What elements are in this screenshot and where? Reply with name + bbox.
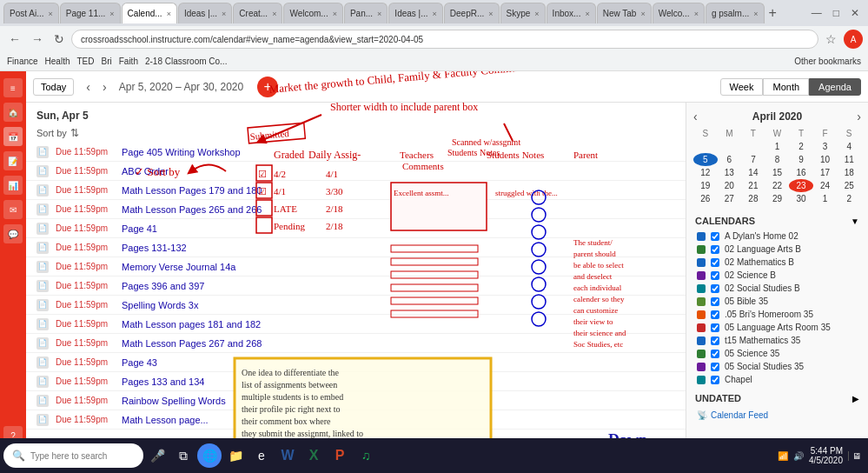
mini-cal-day[interactable]: 2 [837,192,861,205]
calendars-section-header[interactable]: CALENDARS ▼ [693,212,861,230]
assignment-title[interactable]: Page 405 Writing Workshop [122,147,241,157]
tab-create[interactable]: Creat...× [233,3,282,23]
bookmark-faith[interactable]: Faith [119,57,138,66]
mini-cal-day[interactable]: 1 [765,140,790,153]
mini-cal-day[interactable]: 12 [693,166,718,179]
mini-cal-day[interactable]: 7 [741,153,765,166]
tab-pan[interactable]: Pan...× [344,3,388,23]
tab-close[interactable]: × [534,10,539,18]
mini-cal-day[interactable]: 28 [741,192,765,205]
mini-cal-day[interactable]: 26 [693,192,718,205]
undated-section-header[interactable]: UNDATED ▶ [693,390,861,407]
tab-skype[interactable]: Skype× [500,3,546,23]
assignment-title[interactable]: Math Lesson pages 181 and 182 [122,319,261,330]
taskbar-explorer[interactable]: 📁 [223,443,248,468]
mini-cal-day[interactable]: 6 [718,153,742,166]
assignment-title[interactable]: Memory Verse Journal 14a [122,262,235,272]
taskbar-excel[interactable]: X [301,443,326,468]
tab-close[interactable]: × [272,10,276,18]
calendar-toggle-checkbox[interactable] [711,310,719,319]
mini-cal-day[interactable]: 19 [693,179,718,192]
calendar-item[interactable]: 02 Social Studies B [693,282,861,295]
calendar-toggle-checkbox[interactable] [711,350,719,358]
calendar-item[interactable]: 02 Science B [693,269,861,282]
mini-cal-day[interactable]: 27 [718,192,742,205]
mini-cal-day[interactable]: 5 [693,153,718,166]
calendar-toggle-checkbox[interactable] [711,232,719,241]
tab-calendar[interactable]: Calend...× [122,3,177,23]
tab-welcome1[interactable]: Welcom...× [283,3,343,23]
bookmark-bri[interactable]: Bri [101,57,111,66]
sort-icon[interactable]: ⇅ [70,127,79,139]
tab-close[interactable]: × [48,10,52,18]
assignment-title[interactable]: ABC Order [122,166,169,177]
calendar-toggle-checkbox[interactable] [711,297,719,306]
address-bar[interactable] [71,30,818,49]
calendar-item[interactable]: 05 Social Studies 35 [693,360,861,373]
tab-close[interactable]: × [753,10,758,18]
mini-cal-day[interactable]: 20 [718,179,742,192]
tab-ideas2[interactable]: Ideas |...× [388,3,442,23]
mini-cal-day[interactable]: 24 [813,179,838,192]
tab-psalm[interactable]: g psalm...× [706,3,765,23]
assignment-title[interactable]: Math Lesson Pages 265 and 266 [122,204,262,215]
mini-cal-day[interactable]: 3 [813,140,838,153]
calendar-toggle-checkbox[interactable] [711,323,719,332]
taskbar-show-desktop[interactable]: 🖥 [848,451,861,461]
month-view-tab[interactable]: Month [763,78,809,96]
calendar-toggle-checkbox[interactable] [711,258,719,267]
close-button[interactable]: ✕ [845,7,865,19]
tab-inbox[interactable]: Inbox...× [547,3,596,23]
bookmark-classroom[interactable]: 2-18 Classroom Co... [145,57,227,66]
mini-cal-day[interactable]: 25 [837,179,861,192]
mini-cal-day[interactable]: 8 [765,153,790,166]
profile-button[interactable]: A [844,30,863,49]
tab-deepr[interactable]: DeepR...× [444,3,500,23]
calendar-toggle-checkbox[interactable] [711,376,719,384]
taskbar-cortana[interactable]: 🎤 [145,443,169,468]
mini-cal-day[interactable]: 2 [789,140,813,153]
calendar-toggle-checkbox[interactable] [711,363,719,371]
mini-cal-day[interactable]: 22 [765,179,790,192]
maximize-button[interactable]: □ [828,7,845,19]
new-tab-button[interactable]: + [765,5,780,21]
bookmark-other[interactable]: Other bookmarks [794,57,861,66]
mini-cal-day[interactable]: 11 [837,153,861,166]
today-button[interactable]: Today [33,78,74,96]
taskbar-edge[interactable]: e [249,443,274,468]
bookmark-health[interactable]: Health [45,57,70,66]
taskbar-powerpoint[interactable]: P [328,443,352,468]
tab-close[interactable]: × [109,10,114,18]
mini-cal-day[interactable]: 21 [741,179,765,192]
assignment-title[interactable]: Math Lesson page... [122,415,209,425]
taskbar-spotify[interactable]: ♫ [354,443,378,468]
tab-close[interactable]: × [585,10,589,18]
taskbar-chrome[interactable]: 🌐 [197,443,222,468]
mini-cal-day[interactable]: 13 [718,166,742,179]
mini-prev-month[interactable]: ‹ [693,110,698,123]
tab-close[interactable]: × [694,10,699,18]
mini-cal-day[interactable]: 10 [813,153,838,166]
tab-close[interactable]: × [222,10,226,18]
calendar-toggle-checkbox[interactable] [711,336,719,345]
calendar-item[interactable]: 05 Language Arts Room 35 [693,321,861,334]
calendar-item[interactable]: .05 Bri's Homeroom 35 [693,308,861,321]
tab-newtab[interactable]: New Tab× [597,3,652,23]
bookmark-ted[interactable]: TED [76,57,94,66]
assignment-title[interactable]: Rainbow Spelling Words [122,396,226,406]
mini-cal-day[interactable]: 4 [837,140,861,153]
tab-welcome2[interactable]: Welco...× [653,3,705,23]
sidebar-menu-icon[interactable]: ≡ [3,78,23,97]
tab-close[interactable]: × [333,10,337,18]
tab-close[interactable]: × [433,10,437,18]
mini-next-month[interactable]: › [857,110,861,123]
bookmark-button[interactable]: ☆ [822,30,840,48]
tab-close[interactable]: × [377,10,381,18]
taskbar-search-input[interactable] [30,451,135,461]
bookmark-finance[interactable]: Finance [7,57,38,66]
prev-period-button[interactable]: ‹ [81,78,96,96]
calendar-item[interactable]: A Dylan's Home 02 [693,230,861,243]
sidebar-calendar-icon[interactable]: 📅 [3,127,23,146]
reload-button[interactable]: ↻ [50,30,68,48]
mini-cal-day[interactable]: 1 [813,192,838,205]
